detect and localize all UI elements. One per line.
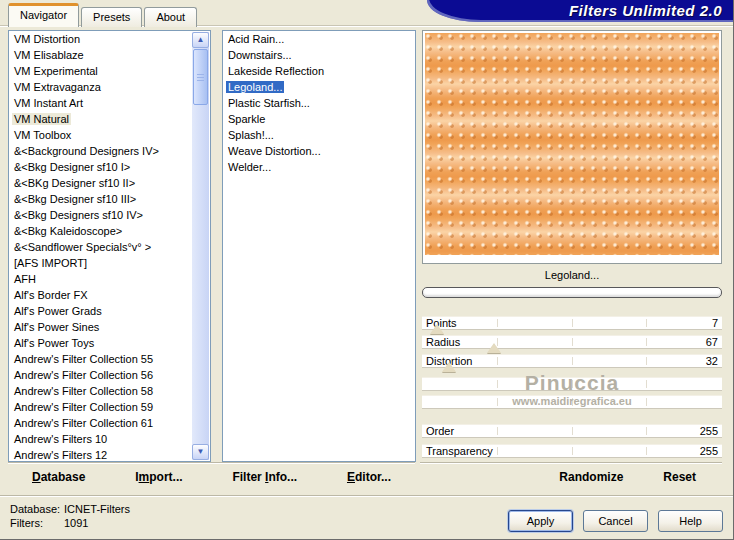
list-item[interactable]: &<Bkg Designer sf10 I> — [9, 159, 210, 175]
slider-distortion[interactable]: Distortion32 — [422, 354, 722, 368]
scrollbar-thumb[interactable] — [193, 49, 208, 105]
list-item[interactable]: &<Background Designers IV> — [9, 143, 210, 159]
list-item-label: VM Natural — [12, 113, 71, 125]
slider-transparency[interactable]: Transparency255 — [422, 444, 722, 458]
slider-value: 255 — [700, 425, 722, 437]
list-item[interactable]: VM Elisablaze — [9, 47, 210, 63]
tab-presets[interactable]: Presets — [81, 7, 142, 27]
slider-order[interactable]: Order255 — [422, 424, 722, 438]
preview-image — [425, 33, 719, 255]
list-item[interactable]: VM Extravaganza — [9, 79, 210, 95]
list-item[interactable]: VM Natural — [9, 111, 210, 127]
list-item[interactable]: [AFS IMPORT] — [9, 255, 210, 271]
slider-radius[interactable]: Radius67 — [422, 335, 722, 349]
list-item[interactable]: Acid Rain... — [223, 31, 415, 47]
list-item[interactable]: VM Experimental — [9, 63, 210, 79]
database-label: Database: — [10, 503, 60, 515]
slider-label: Transparency — [422, 445, 493, 457]
list-item-label: VM Distortion — [12, 33, 82, 45]
list-item[interactable]: &<Bkg Designers sf10 IV> — [9, 207, 210, 223]
list-item-label: Alf's Power Sines — [12, 321, 101, 333]
editor-button[interactable]: Editor... — [347, 470, 391, 484]
tab-navigator[interactable]: Navigator — [8, 3, 79, 27]
list-item[interactable]: Splash!... — [223, 127, 415, 143]
list-item[interactable]: Weave Distortion... — [223, 143, 415, 159]
list-item[interactable]: Lakeside Reflection — [223, 63, 415, 79]
app-title: Filters Unlimited 2.0 — [569, 2, 722, 19]
database-value: ICNET-Filters — [64, 503, 130, 515]
command-bar-right: Randomize Reset — [420, 462, 722, 491]
filter-listbox[interactable]: Acid Rain...Downstairs...Lakeside Reflec… — [222, 30, 416, 462]
command-bar-left: DatabaseImport...Filter Info...Editor... — [8, 462, 415, 491]
list-item-label: &<BKg Designer sf10 II> — [12, 177, 137, 189]
progress-bar — [422, 287, 722, 298]
category-listbox[interactable]: VM DistortionVM ElisablazeVM Experimenta… — [8, 30, 211, 462]
list-item[interactable]: &<BKg Designer sf10 II> — [9, 175, 210, 191]
list-item-label: &<Sandflower Specials°v° > — [12, 241, 153, 253]
cancel-button[interactable]: Cancel — [583, 510, 648, 532]
slider-value: 32 — [706, 355, 722, 367]
scroll-down-icon[interactable]: ▼ — [192, 444, 209, 460]
list-item-label: Alf's Border FX — [12, 289, 90, 301]
list-item-label: Plastic Starfish... — [226, 97, 312, 109]
list-item[interactable]: Sparkle — [223, 111, 415, 127]
list-item[interactable]: Andrew's Filters 10 — [9, 431, 210, 447]
list-item[interactable]: Welder... — [223, 159, 415, 175]
list-item[interactable]: Plastic Starfish... — [223, 95, 415, 111]
randomize-button[interactable]: Randomize — [559, 470, 623, 484]
list-item-label: VM Extravaganza — [12, 81, 103, 93]
list-item[interactable]: Andrew's Filter Collection 55 — [9, 351, 210, 367]
list-item[interactable]: VM Toolbox — [9, 127, 210, 143]
list-item[interactable]: &<Bkg Kaleidoscope> — [9, 223, 210, 239]
slider-value: 67 — [706, 336, 722, 348]
filters-value: 1091 — [64, 517, 88, 529]
list-item-label: VM Elisablaze — [12, 49, 86, 61]
filter-info-button[interactable]: Filter Info... — [232, 470, 297, 484]
list-item[interactable]: &<Bkg Designer sf10 III> — [9, 191, 210, 207]
list-item-label: Welder... — [226, 161, 273, 173]
list-item[interactable]: Andrew's Filter Collection 59 — [9, 399, 210, 415]
list-item[interactable]: Legoland... — [223, 79, 415, 95]
list-item-label: &<Bkg Kaleidoscope> — [12, 225, 124, 237]
slider-thumb-icon[interactable] — [487, 343, 501, 353]
list-item-label: Andrew's Filter Collection 55 — [12, 353, 155, 365]
selected-filter-name: Legoland... — [422, 266, 722, 284]
preview-box[interactable] — [422, 30, 722, 264]
list-item[interactable]: &<Sandflower Specials°v° > — [9, 239, 210, 255]
list-item-label: Acid Rain... — [226, 33, 286, 45]
list-item-label: Weave Distortion... — [226, 145, 323, 157]
list-item-label: VM Toolbox — [12, 129, 73, 141]
watermark-name: Pinuccia — [422, 371, 722, 395]
category-scrollbar[interactable]: ▲ ▼ — [192, 32, 209, 460]
tab-bar: NavigatorPresetsAbout — [8, 3, 197, 27]
list-item-label: Alf's Power Grads — [12, 305, 104, 317]
reset-button[interactable]: Reset — [663, 470, 696, 484]
list-item[interactable]: Andrew's Filter Collection 61 — [9, 415, 210, 431]
list-item-label: Sparkle — [226, 113, 267, 125]
list-item-label: Alf's Power Toys — [12, 337, 96, 349]
import-button[interactable]: Import... — [135, 470, 182, 484]
list-item-label: Legoland... — [226, 81, 284, 93]
list-item-label: Andrew's Filter Collection 58 — [12, 385, 155, 397]
help-button[interactable]: Help — [658, 510, 723, 532]
list-item[interactable]: Alf's Power Grads — [9, 303, 210, 319]
list-item[interactable]: Alf's Power Sines — [9, 319, 210, 335]
list-item[interactable]: Andrew's Filters 12 — [9, 447, 210, 462]
list-item[interactable]: VM Instant Art — [9, 95, 210, 111]
tab-about[interactable]: About — [144, 7, 197, 27]
slider-thumb-icon[interactable] — [430, 324, 444, 334]
list-item[interactable]: Andrew's Filter Collection 56 — [9, 367, 210, 383]
preview-panel: Legoland... Points7Radius67Distortion32O… — [422, 0, 722, 540]
list-item-label: Andrew's Filter Collection 56 — [12, 369, 155, 381]
list-item[interactable]: VM Distortion — [9, 31, 210, 47]
list-item[interactable]: Andrew's Filter Collection 58 — [9, 383, 210, 399]
database-button[interactable]: Database — [32, 470, 85, 484]
scroll-up-icon[interactable]: ▲ — [192, 32, 209, 48]
slider-points[interactable]: Points7 — [422, 316, 722, 330]
list-item[interactable]: Downstairs... — [223, 47, 415, 63]
list-item[interactable]: Alf's Border FX — [9, 287, 210, 303]
list-item-label: &<Background Designers IV> — [12, 145, 161, 157]
list-item[interactable]: AFH — [9, 271, 210, 287]
list-item[interactable]: Alf's Power Toys — [9, 335, 210, 351]
apply-button[interactable]: Apply — [508, 510, 573, 532]
